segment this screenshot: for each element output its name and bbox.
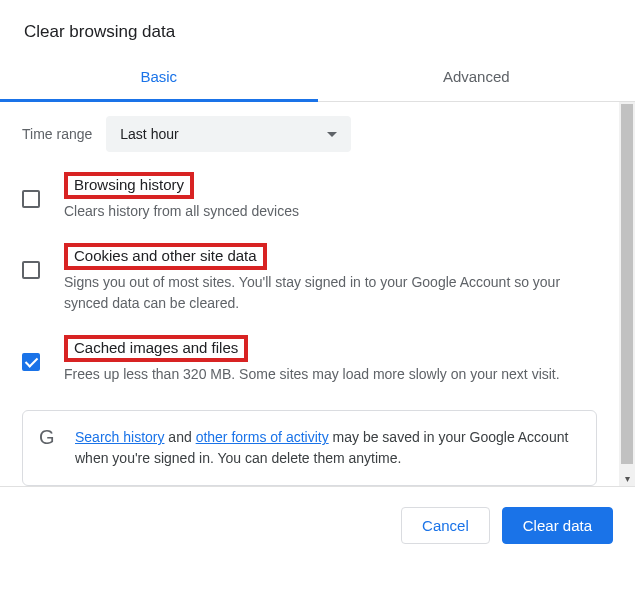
- time-range-row: Time range Last hour: [22, 116, 597, 152]
- item-desc: Frees up less than 320 MB. Some sites ma…: [64, 364, 597, 384]
- item-desc: Clears history from all synced devices: [64, 201, 597, 221]
- tab-advanced[interactable]: Advanced: [318, 54, 636, 101]
- item-cookies: Cookies and other site data Signs you ou…: [22, 243, 597, 313]
- cancel-button[interactable]: Cancel: [401, 507, 490, 544]
- scroll-area: Time range Last hour Browsing history Cl…: [0, 102, 635, 487]
- dialog-footer: Cancel Clear data: [0, 487, 635, 564]
- scrollbar-down-icon[interactable]: ▾: [619, 470, 635, 486]
- item-title: Browsing history: [64, 172, 194, 199]
- other-activity-link[interactable]: other forms of activity: [196, 429, 329, 445]
- time-range-value: Last hour: [120, 126, 178, 142]
- scrollbar[interactable]: ▾: [619, 102, 635, 486]
- google-account-info: G Search history and other forms of acti…: [22, 410, 597, 486]
- time-range-select[interactable]: Last hour: [106, 116, 351, 152]
- tabs: Basic Advanced: [0, 54, 635, 102]
- chevron-down-icon: [327, 132, 337, 137]
- tab-basic[interactable]: Basic: [0, 54, 318, 102]
- time-range-label: Time range: [22, 126, 92, 142]
- item-title: Cached images and files: [64, 335, 248, 362]
- checkbox-cookies[interactable]: [22, 261, 40, 279]
- clear-browsing-data-dialog: Clear browsing data Basic Advanced Time …: [0, 0, 635, 564]
- checkbox-browsing-history[interactable]: [22, 190, 40, 208]
- checkbox-cached[interactable]: [22, 353, 40, 371]
- clear-data-button[interactable]: Clear data: [502, 507, 613, 544]
- search-history-link[interactable]: Search history: [75, 429, 164, 445]
- item-title: Cookies and other site data: [64, 243, 267, 270]
- google-g-icon: G: [39, 427, 61, 447]
- scrollbar-thumb[interactable]: [621, 104, 633, 464]
- dialog-title: Clear browsing data: [0, 0, 635, 54]
- item-cached: Cached images and files Frees up less th…: [22, 335, 597, 384]
- item-browsing-history: Browsing history Clears history from all…: [22, 172, 597, 221]
- item-desc: Signs you out of most sites. You'll stay…: [64, 272, 597, 313]
- info-text: Search history and other forms of activi…: [75, 427, 580, 469]
